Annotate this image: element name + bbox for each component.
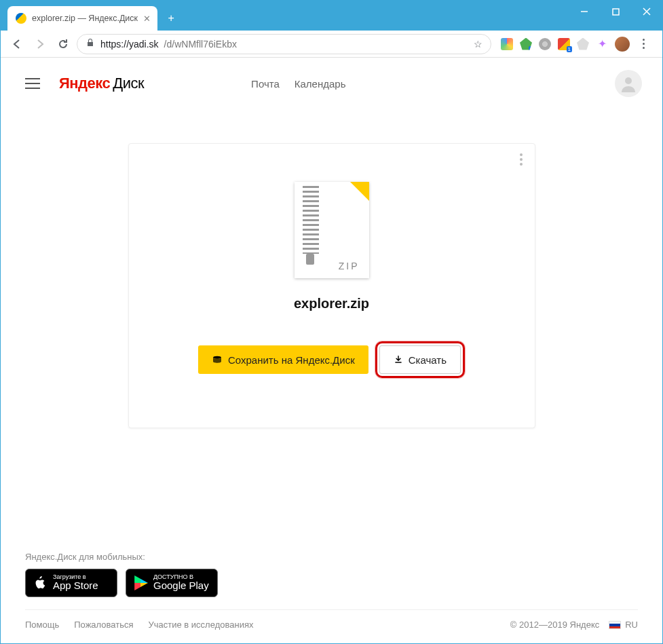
hamburger-menu-button[interactable] <box>25 78 40 89</box>
extension-icon-6[interactable]: ✦ <box>596 38 608 50</box>
zip-file-icon: ZIP <box>295 182 369 278</box>
play-big-text: Google Play <box>153 580 209 592</box>
download-button-label: Скачать <box>409 354 447 366</box>
bookmark-star-icon[interactable]: ☆ <box>474 39 482 50</box>
url-path: /d/wNMfll76iEkbx <box>164 39 237 50</box>
file-name: explorer.zip <box>294 296 369 311</box>
browser-menu-button[interactable] <box>637 39 650 49</box>
download-button[interactable]: Скачать <box>379 345 461 374</box>
yandex-disk-logo[interactable]: Яндекс Диск <box>59 75 144 92</box>
url-host: yadi.sk <box>129 39 159 50</box>
highlight-annotation: Скачать <box>375 341 465 378</box>
svg-point-4 <box>625 77 632 84</box>
user-avatar-button[interactable] <box>615 70 642 97</box>
nav-forward-button[interactable] <box>31 35 50 54</box>
address-bar[interactable]: https://yadi.sk/d/wNMfll76iEkbx ☆ <box>77 34 491 54</box>
card-menu-button[interactable] <box>520 153 523 166</box>
extension-icon-4[interactable] <box>558 38 570 50</box>
nav-reload-button[interactable] <box>54 35 73 54</box>
appstore-big-text: App Store <box>53 580 98 592</box>
new-tab-button[interactable]: + <box>162 9 181 28</box>
browser-tab[interactable]: explorer.zip — Яндекс.Диск ✕ <box>7 6 157 31</box>
save-to-disk-button[interactable]: Сохранить на Яндекс.Диск <box>198 345 368 374</box>
window-minimize-button[interactable] <box>569 1 600 22</box>
url-scheme: https:// <box>100 39 129 50</box>
browser-toolbar: https://yadi.sk/d/wNMfll76iEkbx ☆ ✦ <box>1 31 662 58</box>
lang-switch[interactable]: RU <box>609 620 638 630</box>
lock-icon <box>86 38 95 50</box>
appstore-badge[interactable]: Загрузите вApp Store <box>25 569 117 597</box>
window-titlebar: explorer.zip — Яндекс.Диск ✕ + <box>1 1 662 31</box>
header-link-calendar[interactable]: Календарь <box>295 78 346 90</box>
download-icon <box>394 355 403 364</box>
svg-point-5 <box>213 356 221 359</box>
extension-icon-2[interactable] <box>520 38 532 50</box>
favicon-icon <box>16 13 26 24</box>
person-icon <box>618 73 639 94</box>
file-card: ZIP explorer.zip Сохранить на Яндекс.Дис… <box>128 143 535 428</box>
footer-research-link[interactable]: Участие в исследованиях <box>149 620 254 630</box>
flag-ru-icon <box>609 621 621 629</box>
page-header: Яндекс Диск Почта Календарь <box>1 58 662 109</box>
mobile-apps-label: Яндекс.Диск для мобильных: <box>25 552 638 562</box>
disk-icon <box>212 354 223 365</box>
footer-help-link[interactable]: Помощь <box>25 620 59 630</box>
svg-rect-1 <box>613 9 619 15</box>
play-icon <box>133 575 148 590</box>
extension-icon-1[interactable] <box>501 38 513 50</box>
googleplay-badge[interactable]: ДОСТУПНО ВGoogle Play <box>126 569 218 597</box>
lang-label: RU <box>625 620 638 630</box>
window-maximize-button[interactable] <box>600 1 631 22</box>
footer-abuse-link[interactable]: Пожаловаться <box>74 620 133 630</box>
close-tab-icon[interactable]: ✕ <box>143 14 151 24</box>
nav-back-button[interactable] <box>7 35 26 54</box>
window-close-button[interactable] <box>631 1 662 22</box>
logo-yandex: Яндекс <box>59 75 110 92</box>
extension-icon-5[interactable] <box>577 38 589 50</box>
header-link-mail[interactable]: Почта <box>251 78 280 90</box>
file-ext-label: ZIP <box>339 261 360 271</box>
tab-title: explorer.zip — Яндекс.Диск <box>32 14 138 23</box>
apple-icon <box>33 575 48 590</box>
extension-icon-3[interactable] <box>539 38 551 50</box>
profile-avatar-button[interactable] <box>615 37 630 52</box>
logo-disk: Диск <box>113 75 144 92</box>
save-button-label: Сохранить на Яндекс.Диск <box>228 354 355 366</box>
footer-copyright: © 2012—2019 Яндекс <box>510 620 599 630</box>
